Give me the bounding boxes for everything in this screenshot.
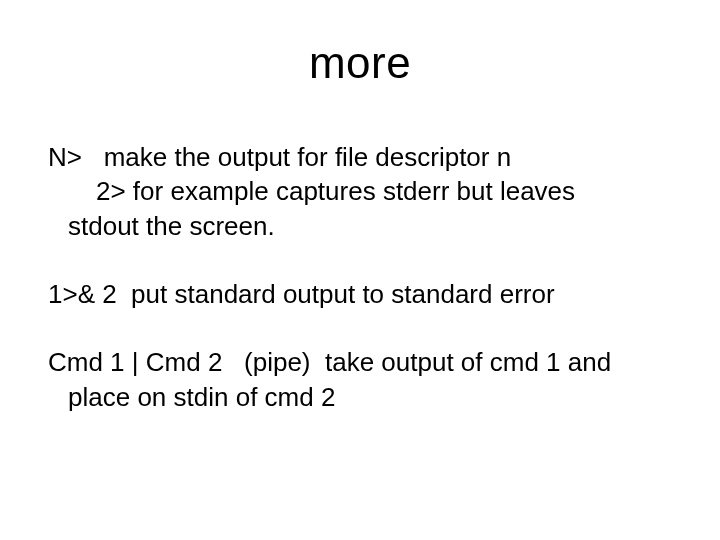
- paragraph-3: Cmd 1 | Cmd 2 (pipe) take output of cmd …: [48, 345, 660, 414]
- slide-body: N> make the output for file descriptor n…: [48, 140, 660, 448]
- slide-title: more: [0, 38, 720, 88]
- paragraph-1: N> make the output for file descriptor n…: [48, 140, 660, 243]
- p1-line1: N> make the output for file descriptor n: [48, 142, 511, 172]
- slide: more N> make the output for file descrip…: [0, 0, 720, 540]
- paragraph-2: 1>& 2 put standard output to standard er…: [48, 277, 660, 311]
- p2-line1: 1>& 2 put standard output to standard er…: [48, 279, 555, 309]
- p1-line2: 2> for example captures stderr but leave…: [48, 174, 660, 208]
- p1-line3: stdout the screen.: [48, 209, 660, 243]
- p3-line1: Cmd 1 | Cmd 2 (pipe) take output of cmd …: [48, 347, 611, 377]
- p3-line2: place on stdin of cmd 2: [48, 380, 660, 414]
